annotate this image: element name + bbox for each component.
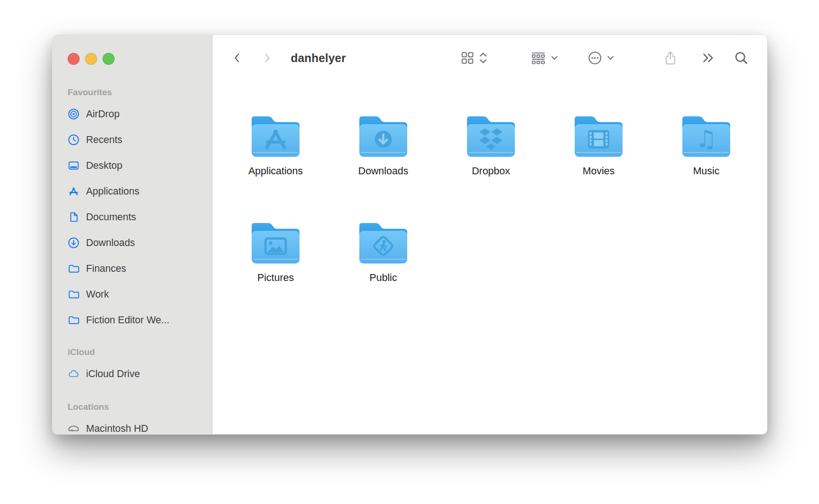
svg-text:♫: ♫ (696, 125, 717, 153)
folder-item-applications[interactable]: Applications (222, 112, 329, 178)
sidebar-item-label: Downloads (86, 237, 135, 249)
sidebar-item-label: Fiction Editor We... (86, 315, 169, 326)
cloud-icon (68, 368, 80, 380)
more-actions-ellipsis-icon (588, 51, 602, 65)
download-circle-icon (68, 237, 80, 249)
sidebar-item-finances[interactable]: Finances (68, 256, 212, 281)
sidebar-section-items: Macintosh HD (68, 416, 212, 434)
folder-icon (68, 263, 80, 275)
main-pane: danhelyer (213, 35, 767, 434)
folder-item-label: Pictures (257, 272, 294, 284)
toolbar-overflow-button[interactable] (701, 52, 715, 64)
clock-icon (68, 134, 80, 146)
file-browser-content: Applications Downloads Dropbox Movies (213, 81, 767, 434)
folder-icon (247, 112, 304, 160)
folder-item-label: Dropbox (472, 165, 510, 177)
sidebar-item-downloads[interactable]: Downloads (68, 230, 212, 256)
sidebar-item-applications[interactable]: Applications (68, 178, 212, 204)
window-title: danhelyer (291, 52, 346, 65)
sidebar-item-macintosh-hd[interactable]: Macintosh HD (68, 416, 212, 434)
view-selector-button[interactable] (461, 51, 488, 65)
sidebar-item-desktop[interactable]: Desktop (68, 153, 212, 178)
folder-icon (355, 112, 412, 160)
sidebar-item-icloud-drive[interactable]: iCloud Drive (68, 361, 212, 387)
sidebar-item-label: Recents (86, 134, 122, 146)
sidebar-item-label: Work (86, 289, 109, 300)
overflow-double-chevron-icon (701, 52, 715, 64)
sidebar-section-title-locations: Locations (68, 401, 212, 412)
forward-icon (262, 52, 272, 64)
search-icon (734, 51, 749, 65)
sidebar-section-title-icloud: iCloud (68, 347, 212, 358)
search-button[interactable] (734, 51, 749, 65)
view-grid-icon (461, 51, 474, 65)
drive-icon (68, 423, 80, 434)
minimize-button[interactable] (85, 53, 97, 65)
share-icon (663, 50, 678, 66)
sidebar-item-fiction-editor-we[interactable]: Fiction Editor We... (68, 307, 212, 333)
sidebar-item-label: Applications (86, 186, 139, 197)
toolbar: danhelyer (213, 35, 767, 81)
folder-item-label: Music (693, 165, 719, 177)
sidebar-item-recents[interactable]: Recents (68, 127, 212, 153)
folder-icon (247, 218, 304, 266)
sidebar-item-label: Macintosh HD (86, 423, 148, 435)
folder-item-music[interactable]: ♫ Music (652, 112, 760, 178)
sidebar-item-label: AirDrop (86, 109, 120, 120)
sidebar-item-label: Documents (86, 212, 136, 223)
folder-icon (570, 112, 627, 160)
sidebar-item-airdrop[interactable]: AirDrop (68, 101, 212, 127)
finder-window: FavouritesAirDropRecentsDesktopApplicati… (52, 34, 767, 435)
chevron-down-icon (606, 53, 615, 63)
sidebar-item-label: Finances (86, 263, 126, 275)
sidebar-item-label: Desktop (86, 160, 122, 172)
sidebar-section-items: iCloud Drive (68, 361, 212, 387)
forward-button[interactable] (261, 51, 273, 65)
chevron-down-icon (550, 53, 559, 63)
more-actions-button[interactable] (588, 51, 615, 65)
folder-icon (462, 112, 519, 160)
share-button[interactable] (663, 50, 678, 66)
folder-item-label: Movies (583, 165, 615, 177)
sidebar-item-label: iCloud Drive (86, 368, 140, 380)
folder-icon (68, 314, 80, 326)
folder-item-label: Downloads (358, 165, 409, 177)
document-icon (68, 211, 80, 223)
back-icon (232, 52, 242, 64)
folder-item-pictures[interactable]: Pictures (222, 218, 329, 285)
folder-icon (355, 218, 412, 266)
folder-item-movies[interactable]: Movies (545, 112, 652, 178)
folder-item-dropbox[interactable]: Dropbox (437, 112, 545, 178)
appstore-icon (68, 185, 80, 197)
folder-grid: Applications Downloads Dropbox Movies (222, 112, 767, 285)
folder-icon (68, 288, 80, 300)
folder-item-label: Public (369, 272, 397, 284)
sidebar-section-items: AirDropRecentsDesktopApplicationsDocumen… (68, 101, 212, 333)
sidebar-section-title-favourites: Favourites (68, 87, 212, 98)
sidebar: FavouritesAirDropRecentsDesktopApplicati… (52, 35, 213, 434)
group-by-button[interactable] (531, 51, 559, 65)
zoom-button[interactable] (103, 53, 115, 65)
airdrop-icon (68, 108, 80, 120)
folder-icon: ♫ (678, 112, 735, 160)
group-by-icon (531, 51, 546, 65)
toolbar-right-cluster (461, 50, 749, 66)
close-button[interactable] (68, 53, 80, 65)
folder-item-downloads[interactable]: Downloads (329, 112, 437, 178)
sidebar-sections: FavouritesAirDropRecentsDesktopApplicati… (68, 87, 212, 434)
back-button[interactable] (231, 51, 243, 65)
sort-chevrons-icon (478, 51, 488, 65)
sidebar-item-documents[interactable]: Documents (68, 204, 212, 230)
desktop-icon (68, 160, 80, 172)
sidebar-item-work[interactable]: Work (68, 281, 212, 307)
traffic-lights (68, 53, 212, 66)
folder-item-label: Applications (248, 165, 303, 177)
folder-item-public[interactable]: Public (329, 218, 437, 285)
